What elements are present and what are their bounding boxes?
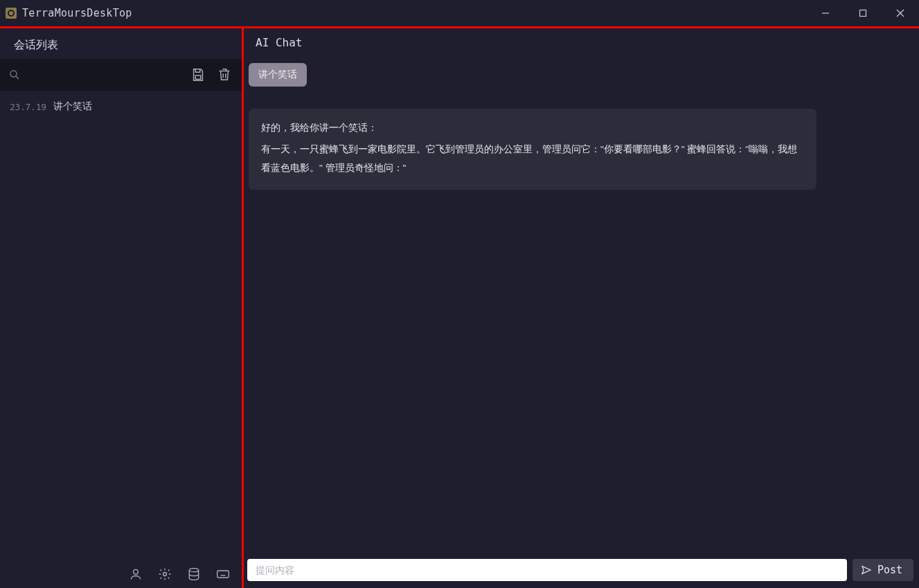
- title-bar: TerraMoursDeskTop: [0, 0, 919, 26]
- window-title: TerraMoursDeskTop: [22, 7, 132, 19]
- svg-point-9: [134, 569, 139, 574]
- search-input[interactable]: [26, 65, 182, 85]
- post-button-label: Post: [877, 564, 902, 576]
- svg-line-5: [16, 76, 19, 79]
- user-button[interactable]: [125, 564, 146, 585]
- conversation-item[interactable]: 23.7.19 讲个笑话: [0, 95, 242, 118]
- sidebar: 会话列表 23.7.19 讲个笑话: [0, 28, 242, 588]
- post-button[interactable]: Post: [853, 559, 913, 581]
- svg-point-11: [189, 569, 198, 572]
- search-row: [0, 59, 242, 91]
- settings-button[interactable]: [154, 564, 175, 585]
- ai-message-line: 有一天，一只蜜蜂飞到一家电影院里。它飞到管理员的办公室里，管理员问它："你要看哪…: [261, 140, 804, 177]
- send-icon: [861, 564, 872, 576]
- svg-point-4: [10, 71, 17, 77]
- keyboard-button[interactable]: [213, 564, 233, 585]
- main-panel: AI Chat 讲个笑话 好的，我给你讲一个笑话： 有一天，一只蜜蜂飞到一家电影…: [242, 28, 919, 588]
- annotation-red-line-vertical: [242, 28, 244, 588]
- chat-scroll[interactable]: 讲个笑话 好的，我给你讲一个笑话： 有一天，一只蜜蜂飞到一家电影院里。它飞到管理…: [242, 56, 919, 555]
- user-message: 讲个笑话: [249, 63, 307, 87]
- minimize-button[interactable]: [810, 2, 841, 24]
- database-button[interactable]: [184, 564, 204, 585]
- close-button[interactable]: [884, 2, 916, 24]
- composer: Post: [242, 555, 919, 588]
- ai-message: 好的，我给你讲一个笑话： 有一天，一只蜜蜂飞到一家电影院里。它飞到管理员的办公室…: [249, 109, 817, 190]
- svg-rect-1: [860, 10, 866, 17]
- delete-session-button[interactable]: [214, 64, 235, 85]
- compose-input[interactable]: [247, 559, 847, 581]
- svg-point-10: [163, 573, 167, 576]
- save-session-button[interactable]: [188, 64, 208, 85]
- conversation-date: 23.7.19: [10, 102, 46, 112]
- app-logo-icon: [6, 8, 17, 19]
- ai-message-line: 好的，我给你讲一个笑话：: [261, 118, 804, 137]
- main-title: AI Chat: [242, 28, 919, 56]
- sidebar-title: 会话列表: [0, 31, 242, 59]
- svg-rect-6: [195, 75, 200, 80]
- svg-rect-12: [217, 571, 229, 578]
- search-icon: [8, 69, 21, 81]
- maximize-button[interactable]: [847, 2, 879, 24]
- conversation-title: 讲个笑话: [53, 100, 92, 113]
- sidebar-footer: [0, 560, 242, 588]
- conversation-list: 23.7.19 讲个笑话: [0, 91, 242, 560]
